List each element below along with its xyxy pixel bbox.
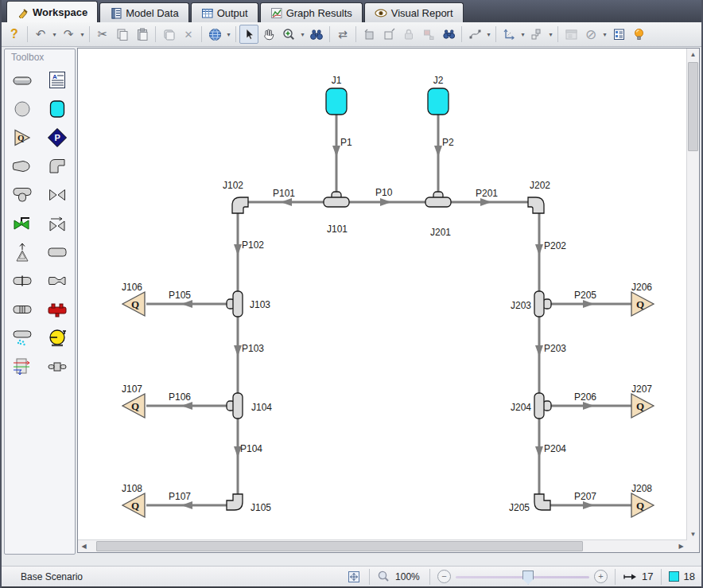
annotation-manager-button[interactable] [609, 25, 628, 44]
tool-valve[interactable] [45, 185, 69, 205]
junction-J2[interactable]: J2 [428, 75, 449, 115]
pipe-network-diagram[interactable]: P1 P2 P101 P10 P201 P102 P103 P104 P105 … [78, 49, 681, 540]
tool-orifice[interactable] [10, 271, 34, 291]
tool-screen[interactable] [10, 299, 34, 320]
tool-check-valve[interactable] [45, 213, 69, 234]
pipe-P103[interactable]: P103 [234, 313, 264, 399]
tool-relief-valve[interactable] [10, 242, 34, 263]
vertical-scroll-thumb[interactable] [688, 62, 698, 151]
zoom-slider-thumb[interactable] [522, 570, 534, 585]
pipe-P203[interactable]: P203 [535, 313, 566, 399]
tool-assigned-flow[interactable]: Q [10, 127, 34, 148]
paste-button[interactable] [133, 25, 152, 44]
scroll-left-arrow[interactable]: ◀ [78, 540, 90, 552]
pipe-P102[interactable]: P102 [234, 205, 264, 297]
morph-dropdown[interactable]: ▾ [485, 31, 492, 38]
bring-forward-button[interactable] [379, 25, 398, 44]
pipe-P105[interactable]: P105 [146, 290, 231, 308]
zoom-dropdown[interactable]: ▾ [299, 31, 306, 38]
tool-heat-exchanger[interactable] [45, 299, 69, 320]
junction-J1[interactable]: J1 [326, 75, 347, 115]
morph-pipe-button[interactable] [465, 25, 484, 44]
junction-J105[interactable]: J105 [227, 494, 271, 513]
zoom-in-button[interactable]: + [594, 570, 608, 583]
junction-J206[interactable]: QJ206 [631, 282, 654, 316]
pipe-P205[interactable]: P205 [546, 290, 631, 308]
pipe-P206[interactable]: P206 [546, 391, 631, 410]
junction-J203[interactable]: J203 [511, 291, 551, 317]
junction-J201[interactable]: J201 [425, 192, 451, 238]
lock-button[interactable] [399, 25, 418, 44]
tool-pipe[interactable] [10, 70, 34, 91]
tool-volume-balance[interactable] [10, 356, 34, 377]
help-button[interactable]: ? [5, 25, 24, 44]
tool-bend[interactable] [45, 156, 69, 177]
special-conditions-dropdown[interactable]: ▾ [601, 31, 608, 38]
tab-workspace[interactable]: Workspace [6, 1, 98, 22]
tool-venturi[interactable] [45, 271, 69, 291]
special-conditions-button[interactable]: ⊘ [581, 25, 600, 44]
highlight-button[interactable] [629, 25, 648, 44]
junction-J104[interactable]: J104 [227, 393, 272, 419]
tool-annotation[interactable]: A [45, 70, 69, 91]
fit-view-button[interactable] [346, 569, 362, 585]
pipe-P201[interactable]: P201 [446, 188, 538, 206]
junction-J106[interactable]: QJ106 [122, 282, 145, 316]
tab-visual-report[interactable]: Visual Report [364, 2, 464, 22]
zoom-out-button[interactable]: − [437, 570, 451, 583]
tool-branch[interactable] [10, 99, 34, 119]
tool-assigned-fitting[interactable] [45, 356, 69, 377]
send-backward-button[interactable] [359, 25, 379, 44]
properties-window-button[interactable] [561, 25, 581, 44]
reverse-direction-button[interactable]: ⇄ [333, 25, 352, 44]
scroll-right-arrow[interactable]: ▶ [675, 540, 687, 552]
arrange-dropdown[interactable]: ▾ [547, 31, 554, 38]
junction-J205[interactable]: J205 [509, 494, 550, 513]
align-dropdown[interactable]: ▾ [519, 31, 526, 38]
pipe-P104[interactable]: P104 [234, 416, 262, 504]
scroll-up-arrow[interactable]: ▲ [687, 49, 699, 60]
pipe-P204[interactable]: P204 [535, 416, 566, 504]
duplicate-button[interactable] [159, 25, 178, 44]
tool-assigned-pressure[interactable]: P [45, 127, 69, 148]
tool-spray-discharge[interactable] [10, 328, 34, 349]
arrange-button[interactable] [527, 25, 546, 44]
pipe-P202[interactable]: P202 [535, 205, 566, 297]
scale-position-button[interactable] [419, 25, 438, 44]
pipe-P2[interactable]: P2 [434, 115, 454, 200]
tab-model-data[interactable]: Model Data [99, 2, 188, 22]
pipe-P101[interactable]: P101 [241, 188, 328, 206]
align-button[interactable] [499, 25, 519, 44]
undo-button[interactable]: ↶ [31, 25, 50, 44]
vertical-scrollbar[interactable]: ▲ ▼ [686, 49, 699, 540]
junction-J101[interactable]: J101 [324, 192, 349, 235]
copy-button[interactable] [113, 25, 132, 44]
tool-control-valve[interactable] [10, 213, 34, 234]
pipe-P1[interactable]: P1 [332, 115, 352, 200]
undo-dropdown[interactable]: ▾ [51, 31, 58, 38]
find-button[interactable] [307, 25, 326, 44]
junction-J108[interactable]: QJ108 [122, 483, 145, 517]
tool-general-component[interactable] [45, 242, 69, 263]
tool-tee[interactable] [10, 185, 34, 205]
junction-J204[interactable]: J204 [511, 393, 551, 419]
cut-button[interactable]: ✂ [93, 25, 112, 44]
junction-J103[interactable]: J103 [227, 291, 270, 317]
tool-reducer[interactable] [10, 156, 34, 177]
junction-J202[interactable]: J202 [528, 180, 550, 213]
redo-button[interactable]: ↷ [59, 25, 78, 44]
junction-J107[interactable]: QJ107 [122, 384, 145, 418]
pipe-P207[interactable]: P207 [546, 491, 631, 509]
horizontal-scrollbar[interactable]: ◀ ▶ [78, 539, 687, 552]
pipe-P10[interactable]: P10 [344, 187, 432, 206]
web-dropdown[interactable]: ▾ [225, 31, 232, 38]
pipe-P106[interactable]: P106 [146, 391, 231, 410]
zoom-slider[interactable] [456, 570, 589, 584]
pipe-P107[interactable]: P107 [146, 491, 231, 509]
zoom-tool-button[interactable] [279, 25, 298, 44]
junction-J207[interactable]: QJ207 [631, 384, 654, 418]
select-tool-button[interactable] [239, 25, 258, 44]
scroll-down-arrow[interactable]: ▼ [687, 528, 699, 540]
find-junction-button[interactable] [439, 25, 458, 44]
workspace-canvas[interactable]: P1 P2 P101 P10 P201 P102 P103 P104 P105 … [77, 48, 700, 553]
